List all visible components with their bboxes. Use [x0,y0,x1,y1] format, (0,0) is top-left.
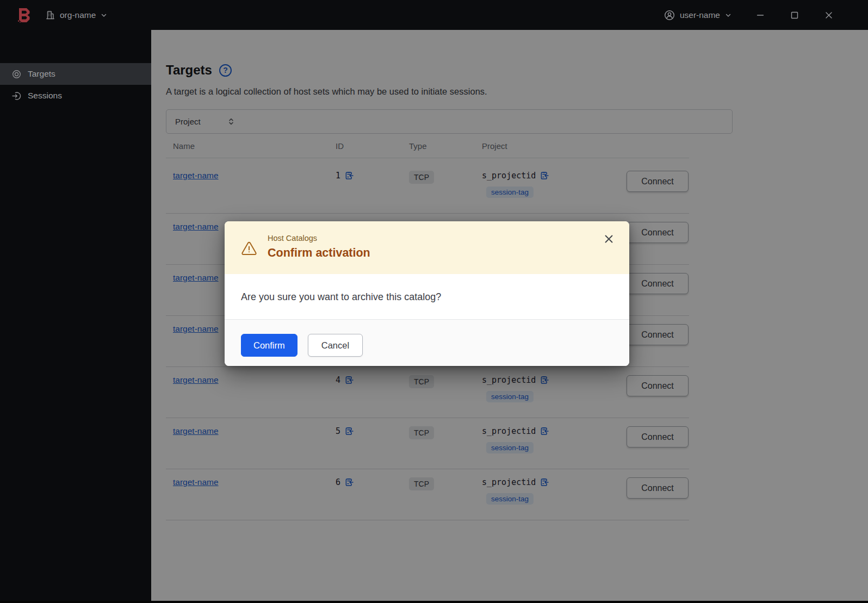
warning-icon [241,240,257,257]
confirm-button[interactable]: Confirm [241,334,297,357]
org-menu[interactable]: org-name [46,10,107,20]
close-icon [604,234,614,244]
sidebar-item-targets[interactable]: Targets [0,63,151,85]
chevron-down-icon [101,12,107,18]
close-window-button[interactable] [824,10,833,20]
maximize-button[interactable] [790,10,799,20]
window-bottom-edge [0,601,868,603]
boundary-logo-icon [16,8,31,23]
cancel-button[interactable]: Cancel [308,334,363,357]
dialog-close-button[interactable] [603,233,614,244]
confirm-dialog: Host Catalogs Confirm activation Are you… [225,221,629,366]
chevron-down-icon [725,12,731,18]
user-name-label: user-name [680,10,720,20]
dialog-title: Confirm activation [268,246,370,260]
sidebar-item-label: Sessions [28,91,62,101]
user-circle-icon [664,10,675,21]
minimize-icon [756,11,765,20]
minimize-button[interactable] [755,10,765,20]
maximize-icon [790,11,799,20]
building-icon [46,10,55,20]
window-titlebar: org-name user-name [0,0,868,30]
target-icon [12,70,21,79]
window-controls [755,10,833,20]
dialog-header-text: Host Catalogs Confirm activation [268,233,370,260]
dialog-header: Host Catalogs Confirm activation [225,221,629,274]
user-menu[interactable]: user-name [664,10,731,21]
dialog-tagline: Host Catalogs [268,233,370,243]
dialog-footer: Confirm Cancel [225,319,629,366]
sidebar-item-label: Targets [28,69,55,79]
sidebar: Targets Sessions [0,30,151,601]
org-name-label: org-name [60,10,96,20]
entry-icon [12,91,21,101]
dialog-message: Are you sure you want to archive this ca… [225,274,629,319]
sidebar-item-sessions[interactable]: Sessions [0,85,151,107]
close-icon [824,11,833,20]
